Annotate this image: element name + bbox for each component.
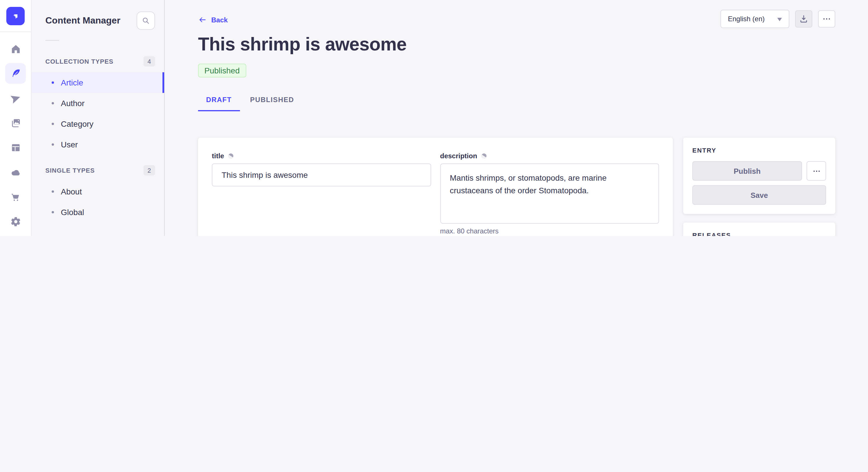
single-types-list: About Global <box>32 181 164 223</box>
marketplace-cart-icon[interactable] <box>5 187 26 207</box>
page-title: This shrimp is awesome <box>198 34 835 55</box>
version-tabs: DRAFT PUBLISHED <box>198 95 835 111</box>
search-icon <box>141 16 150 25</box>
bullet-icon <box>52 102 54 104</box>
back-link[interactable]: Back <box>198 15 228 24</box>
label-text: description <box>440 152 477 160</box>
tab-published[interactable]: PUBLISHED <box>242 95 302 111</box>
sidebar-item-label: Category <box>61 119 94 129</box>
arrow-left-icon <box>198 15 207 24</box>
edit-form-card: title description Mantis shrimps, or sto… <box>198 138 673 236</box>
locale-value: English (en) <box>728 15 765 23</box>
field-description: description Mantis shrimps, or stomatopo… <box>440 151 659 235</box>
download-icon <box>799 14 808 24</box>
main-area: Back English (en) <box>165 0 868 236</box>
media-library-images-icon[interactable] <box>5 112 26 133</box>
description-textarea[interactable]: Mantis shrimps, or stomatopods, are mari… <box>440 164 659 224</box>
releases-heading: RELEASES <box>692 232 826 236</box>
logo-area <box>0 0 31 32</box>
section-count-badge: 2 <box>144 165 155 175</box>
locale-select[interactable]: English (en) <box>720 10 789 28</box>
entry-panel: ENTRY Publish Save <box>683 138 835 214</box>
sidebar-item-article[interactable]: Article <box>32 72 164 93</box>
content-type-builder-layout-icon[interactable] <box>5 137 26 158</box>
releases-panel: RELEASES Will be published in Spring Sum… <box>683 223 835 236</box>
description-hint: max. 80 characters <box>440 227 659 235</box>
more-options-button[interactable] <box>818 10 835 28</box>
sidebar-item-label: User <box>61 140 78 149</box>
header-actions: English (en) <box>720 10 835 28</box>
sidebar-title: Content Manager <box>45 15 120 26</box>
settings-gear-icon[interactable] <box>5 211 26 232</box>
bullet-icon <box>52 191 54 193</box>
tab-draft[interactable]: DRAFT <box>198 95 240 111</box>
field-title: title <box>212 151 431 235</box>
strapi-logo-icon <box>6 7 25 25</box>
rail-nav <box>5 38 26 232</box>
field-description-label: description <box>440 151 659 161</box>
content-manager-sidebar: Content Manager COLLECTION TYPES 4 Artic… <box>32 0 165 236</box>
single-types-header: SINGLE TYPES 2 <box>32 164 164 177</box>
search-button[interactable] <box>136 11 155 30</box>
releases-paper-plane-icon[interactable] <box>5 88 26 108</box>
collection-types-list: Article Author Category User <box>32 72 164 155</box>
sidebar-item-label: About <box>61 187 82 196</box>
field-title-label: title <box>212 151 431 161</box>
title-input[interactable] <box>212 164 431 187</box>
strapi-admin-app: KD Content Manager COLLECTION TYPES 4 Ar… <box>0 0 868 236</box>
collection-types-header: COLLECTION TYPES 4 <box>32 55 164 68</box>
i18n-globe-icon <box>480 153 487 160</box>
sidebar-item-label: Author <box>61 99 85 108</box>
i18n-globe-icon <box>228 153 235 160</box>
sidebar-item-label: Article <box>61 78 83 87</box>
entry-heading: ENTRY <box>692 147 826 154</box>
section-count-badge: 4 <box>144 56 155 67</box>
download-button[interactable] <box>795 10 812 28</box>
nav-rail: KD <box>0 0 32 236</box>
ellipsis-icon <box>812 167 820 175</box>
label-text: title <box>212 152 224 160</box>
chevron-down-icon <box>777 18 782 23</box>
sidebar-item-about[interactable]: About <box>32 181 164 202</box>
status-badge: Published <box>198 64 246 77</box>
ellipsis-icon <box>822 14 831 24</box>
sidebar-item-author[interactable]: Author <box>32 93 164 113</box>
sidebar-divider <box>45 40 59 41</box>
cloud-icon[interactable] <box>5 162 26 182</box>
sidebar-item-label: Global <box>61 208 84 217</box>
sidebar-item-user[interactable]: User <box>32 134 164 155</box>
home-icon[interactable] <box>5 38 26 59</box>
sidebar-item-global[interactable]: Global <box>32 202 164 223</box>
side-panel-column: ENTRY Publish Save RELEASES <box>683 138 835 236</box>
entry-more-button[interactable] <box>807 161 826 181</box>
bullet-icon <box>52 123 54 125</box>
content-manager-feather-icon[interactable] <box>5 63 26 84</box>
bullet-icon <box>52 143 54 146</box>
bullet-icon <box>52 211 54 213</box>
section-label: SINGLE TYPES <box>45 167 95 174</box>
save-button[interactable]: Save <box>692 185 826 205</box>
sidebar-item-category[interactable]: Category <box>32 113 164 134</box>
back-label: Back <box>211 16 228 24</box>
publish-button[interactable]: Publish <box>692 161 802 181</box>
bullet-icon <box>52 81 54 84</box>
section-label: COLLECTION TYPES <box>45 58 113 65</box>
